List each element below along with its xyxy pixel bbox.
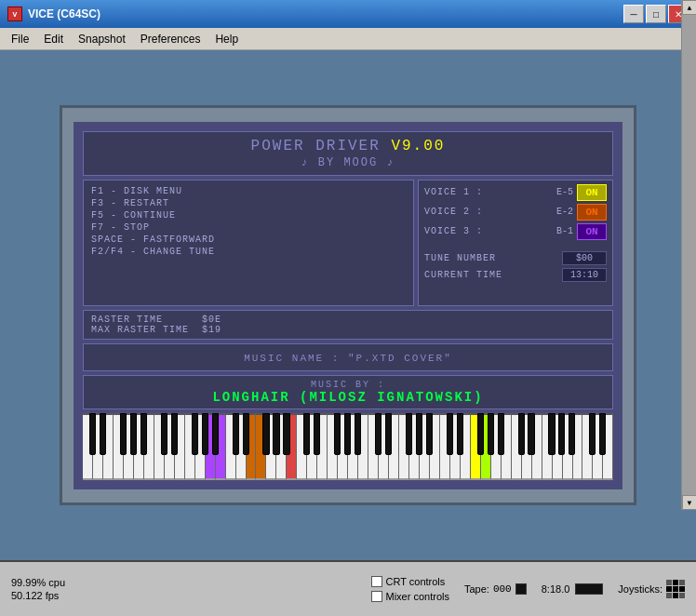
white-key-17[interactable] <box>256 413 266 480</box>
white-key-39[interactable] <box>481 413 491 480</box>
menu-edit[interactable]: Edit <box>36 31 71 47</box>
white-key-24[interactable] <box>328 413 338 480</box>
white-key-28[interactable] <box>368 413 379 480</box>
status-left: 99.99% cpu 50.122 fps <box>11 577 65 601</box>
mixer-controls: Mixer controls <box>371 591 449 602</box>
c64-content: POWER DRIVER V9.00 ♪ BY MOOG ♪ F1 - DISK… <box>74 122 622 489</box>
crt-label: CRT controls <box>386 576 446 587</box>
joy-cell-tm <box>673 580 678 585</box>
white-key-9[interactable] <box>175 413 185 480</box>
white-key-20[interactable] <box>287 413 297 480</box>
white-key-42[interactable] <box>512 413 522 480</box>
white-key-0[interactable] <box>83 413 93 480</box>
white-key-30[interactable] <box>389 413 399 480</box>
white-key-19[interactable] <box>276 413 287 480</box>
tape-label: Tape: <box>464 583 489 595</box>
white-key-50[interactable] <box>593 413 603 480</box>
voice-2-on: ON <box>577 204 607 221</box>
white-key-35[interactable] <box>440 413 450 480</box>
white-key-33[interactable] <box>420 413 430 480</box>
white-key-41[interactable] <box>502 413 512 480</box>
white-key-1[interactable] <box>93 413 103 480</box>
joy-cell-bm <box>673 593 678 598</box>
menu-file[interactable]: File <box>4 31 36 47</box>
raster-panel: RASTER TIME $0E MAX RASTER TIME $19 <box>83 310 613 340</box>
scrollbar[interactable]: ▲ ▼ <box>681 0 696 510</box>
c64-screen: POWER DRIVER V9.00 ♪ BY MOOG ♪ F1 - DISK… <box>60 105 636 505</box>
white-key-34[interactable] <box>430 413 440 480</box>
white-key-36[interactable] <box>450 413 461 480</box>
white-key-22[interactable] <box>307 413 317 480</box>
game-subtitle: ♪ BY MOOG ♪ <box>93 156 603 169</box>
white-key-6[interactable] <box>144 413 154 480</box>
white-key-11[interactable] <box>195 413 206 480</box>
joy-cell-tl <box>666 580 672 585</box>
white-key-31[interactable] <box>399 413 409 480</box>
white-key-23[interactable] <box>317 413 328 480</box>
white-key-12[interactable] <box>206 413 216 480</box>
voice-2-label: VOICE 2 : <box>424 207 542 217</box>
white-key-21[interactable] <box>297 413 307 480</box>
scroll-down-button[interactable]: ▼ <box>682 495 696 510</box>
white-key-13[interactable] <box>216 413 226 480</box>
white-key-14[interactable] <box>226 413 236 480</box>
minimize-button[interactable]: ─ <box>623 5 644 23</box>
white-key-5[interactable] <box>134 413 144 480</box>
white-key-43[interactable] <box>522 413 532 480</box>
white-key-15[interactable] <box>236 413 247 480</box>
white-key-44[interactable] <box>532 413 542 480</box>
white-key-29[interactable] <box>379 413 389 480</box>
current-time-label: CURRENT TIME <box>424 270 502 280</box>
voice-row-1: VOICE 1 : E-5 ON <box>424 184 607 201</box>
white-key-10[interactable] <box>185 413 195 480</box>
menu-preferences[interactable]: Preferences <box>133 31 208 47</box>
white-key-27[interactable] <box>358 413 368 480</box>
white-key-40[interactable] <box>491 413 502 480</box>
voice-3-on: ON <box>577 223 607 240</box>
controls-panel: F1 - DISK MENU F3 - RESTART F5 - CONTINU… <box>83 180 414 306</box>
tune-number-row: TUNE NUMBER $00 <box>424 251 607 265</box>
white-key-48[interactable] <box>573 413 583 480</box>
ctrl-line-3: F7 - STOP <box>91 222 406 233</box>
white-key-4[interactable] <box>124 413 134 480</box>
white-key-8[interactable] <box>165 413 175 480</box>
menu-help[interactable]: Help <box>207 31 246 47</box>
current-time-row: CURRENT TIME 13:10 <box>424 268 607 282</box>
title-buttons: ─ □ ✕ <box>623 5 689 23</box>
ctrl-line-4: SPACE - FASTFORWARD <box>91 234 406 245</box>
white-key-49[interactable] <box>582 413 593 480</box>
game-title-version: V9.00 <box>391 138 445 154</box>
white-key-51[interactable] <box>603 413 613 480</box>
white-key-3[interactable] <box>114 413 124 480</box>
music-name-section: MUSIC NAME : "P.XTD COVER" <box>83 343 613 371</box>
time-display: 8:18.0 <box>542 583 570 595</box>
white-key-38[interactable] <box>471 413 481 480</box>
mixer-checkbox[interactable] <box>371 591 382 602</box>
voice-1-note: E-5 <box>545 187 573 197</box>
scroll-track[interactable] <box>682 15 696 495</box>
game-title-section: POWER DRIVER V9.00 ♪ BY MOOG ♪ <box>83 131 613 176</box>
white-key-25[interactable] <box>338 413 348 480</box>
menu-snapshot[interactable]: Snapshot <box>71 31 133 47</box>
white-key-37[interactable] <box>461 413 471 480</box>
joystick-icon <box>666 580 685 598</box>
white-key-32[interactable] <box>409 413 420 480</box>
white-key-2[interactable] <box>103 413 114 480</box>
music-by-name: LONGHAIR (MILOSZ IGNATOWSKI) <box>93 390 603 405</box>
white-key-18[interactable] <box>266 413 276 480</box>
white-key-46[interactable] <box>553 413 563 480</box>
voice-row-2: VOICE 2 : E-2 ON <box>424 204 607 221</box>
tape-indicator <box>515 583 527 595</box>
mixer-label: Mixer controls <box>386 591 449 602</box>
white-key-26[interactable] <box>348 413 358 480</box>
music-by-label: MUSIC BY : <box>93 380 603 390</box>
white-key-47[interactable] <box>563 413 573 480</box>
white-key-7[interactable] <box>154 413 165 480</box>
main-area: POWER DRIVER V9.00 ♪ BY MOOG ♪ F1 - DISK… <box>0 50 696 560</box>
white-key-45[interactable] <box>542 413 553 480</box>
scroll-up-button[interactable]: ▲ <box>682 0 696 15</box>
crt-checkbox[interactable] <box>371 576 382 587</box>
white-key-16[interactable] <box>247 413 257 480</box>
maximize-button[interactable]: □ <box>646 5 666 23</box>
joy-cell-tr <box>679 580 685 585</box>
